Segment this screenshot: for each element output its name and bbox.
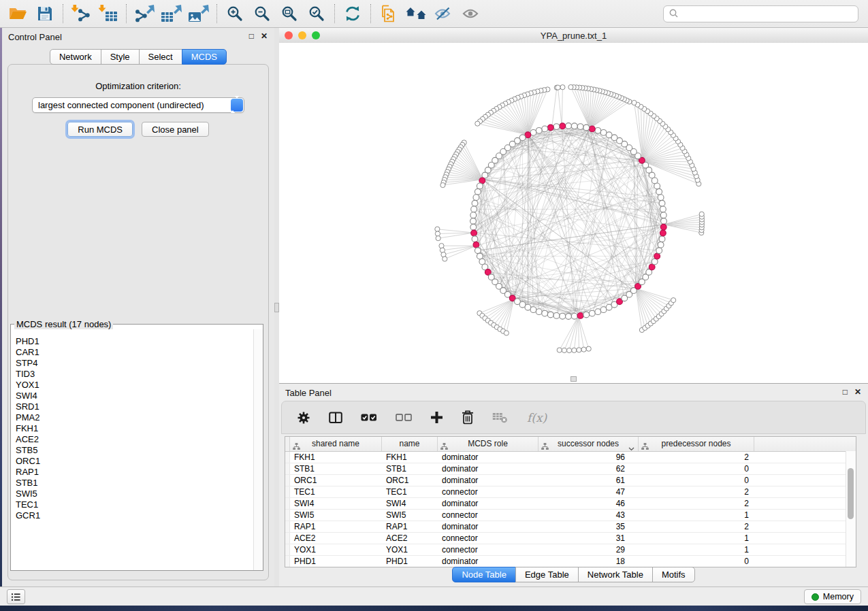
import-table-button[interactable] [95,2,122,25]
mcds-result-item[interactable]: ORC1 [16,456,253,467]
mcds-result-item[interactable]: STB5 [16,445,253,456]
cell-name[interactable]: SWI5 [382,510,438,521]
run-mcds-button[interactable]: Run MCDS [67,122,133,137]
save-session-button[interactable] [31,2,59,25]
cell-name[interactable]: FKH1 [382,452,438,463]
deselect-all-button[interactable] [396,412,412,423]
network-graph[interactable] [279,43,868,383]
mcds-result-item[interactable]: ACE2 [16,434,253,445]
cell-shared-name[interactable]: PHD1 [290,556,382,567]
cell-predecessor-nodes[interactable]: 1 [639,533,754,544]
tab-mcds[interactable]: MCDS [182,49,227,65]
table-row[interactable]: YOX1YOX1connector291 [285,544,856,556]
cell-predecessor-nodes[interactable]: 0 [639,475,754,486]
cell-predecessor-nodes[interactable]: 0 [639,463,754,474]
cell-successor-nodes[interactable]: 62 [539,463,639,474]
cell-predecessor-nodes[interactable]: 1 [639,510,754,521]
cell-name[interactable]: TEC1 [382,486,438,497]
hide-selected-button[interactable] [430,2,457,25]
column-header-MCDS-role[interactable]: MCDS role [438,437,539,451]
cell-predecessor-nodes[interactable]: 2 [639,521,754,532]
import-network-button[interactable] [67,2,95,25]
mcds-result-item[interactable]: STP4 [16,358,253,369]
function-builder-button-disabled[interactable]: f(x) [527,411,547,425]
table-row[interactable]: STB1STB1dominator620 [285,463,856,475]
delete-rows-button[interactable] [462,410,474,425]
export-table-button[interactable] [158,2,185,25]
memory-button[interactable]: Memory [804,589,861,604]
open-file-button[interactable] [4,2,31,25]
table-row[interactable]: ACE2ACE2connector311 [285,533,856,544]
cell-MCDS-role[interactable]: dominator [438,521,539,532]
clone-network-button[interactable] [375,2,402,25]
cell-name[interactable]: YOX1 [382,544,438,555]
cell-shared-name[interactable]: STB1 [290,463,382,474]
horizontal-splitter-handle[interactable] [570,376,577,382]
cell-shared-name[interactable]: YOX1 [290,544,382,555]
cell-predecessor-nodes[interactable]: 2 [639,452,754,463]
close-panel-icon[interactable]: ✕ [261,31,268,41]
mcds-list-scrollbar[interactable] [253,329,263,570]
tab-network[interactable]: Network [50,49,101,65]
cell-MCDS-role[interactable]: connector [438,486,539,497]
table-settings-button[interactable] [297,411,310,425]
zoom-selected-button[interactable] [303,2,330,25]
column-header-shared-name[interactable]: shared name [290,437,382,451]
mcds-result-item[interactable]: SWI4 [16,391,253,401]
cell-MCDS-role[interactable]: connector [438,510,539,521]
table-row[interactable]: FKH1FKH1dominator962 [285,452,856,463]
cell-successor-nodes[interactable]: 18 [539,556,639,567]
mcds-result-item[interactable]: CAR1 [16,347,253,358]
table-row[interactable]: PHD1PHD1dominator180 [285,556,856,567]
cell-MCDS-role[interactable]: dominator [438,463,539,474]
cell-shared-name[interactable]: SWI5 [290,510,382,521]
show-all-button[interactable] [457,2,484,25]
tab-node-table[interactable]: Node Table [452,567,516,582]
table-row[interactable]: TEC1TEC1connector472 [285,486,856,498]
tab-network-table[interactable]: Network Table [578,567,653,582]
table-row[interactable]: ORC1ORC1dominator610 [285,475,856,486]
zoom-in-button[interactable] [221,2,248,25]
close-panel-button[interactable]: Close panel [142,122,209,137]
table-row[interactable]: RAP1RAP1dominator352 [285,521,856,533]
mcds-result-item[interactable]: TID3 [16,369,253,380]
cell-predecessor-nodes[interactable]: 2 [639,486,754,497]
select-all-button[interactable] [361,412,377,423]
mcds-result-item[interactable]: FKH1 [16,423,253,434]
cell-successor-nodes[interactable]: 29 [539,544,639,555]
cell-MCDS-role[interactable]: dominator [438,475,539,486]
mcds-result-item[interactable]: RAP1 [16,467,253,478]
cell-successor-nodes[interactable]: 31 [539,533,639,544]
table-row[interactable]: SWI4SWI4dominator462 [285,498,856,510]
table-row[interactable]: SWI5SWI5connector431 [285,510,856,521]
column-header-successor-nodes[interactable]: successor nodes [539,437,639,451]
close-panel-icon[interactable]: ✕ [854,387,861,397]
mcds-result-item[interactable]: TEC1 [16,499,253,510]
table-scrollbar-thumb[interactable] [848,468,854,519]
search-input[interactable] [683,8,852,20]
cell-predecessor-nodes[interactable]: 2 [639,498,754,509]
first-neighbors-button[interactable] [402,2,430,25]
float-panel-icon[interactable]: □ [249,31,254,41]
mcds-result-item[interactable]: STB1 [16,478,253,489]
export-image-button[interactable] [185,2,212,25]
cell-name[interactable]: STB1 [382,463,438,474]
column-header-predecessor-nodes[interactable]: predecessor nodes [639,437,754,451]
cell-successor-nodes[interactable]: 96 [539,452,639,463]
cell-name[interactable]: ACE2 [382,533,438,544]
splitter-handle[interactable] [274,303,279,312]
float-panel-icon[interactable]: □ [843,387,848,397]
cell-shared-name[interactable]: SWI4 [290,498,382,509]
mcds-result-item[interactable]: GCR1 [16,510,253,521]
tab-motifs[interactable]: Motifs [652,567,695,582]
cell-successor-nodes[interactable]: 46 [539,498,639,509]
cell-successor-nodes[interactable]: 35 [539,521,639,532]
export-network-button[interactable] [131,2,158,25]
cell-shared-name[interactable]: RAP1 [290,521,382,532]
cell-successor-nodes[interactable]: 43 [539,510,639,521]
cell-successor-nodes[interactable]: 61 [539,475,639,486]
cell-name[interactable]: RAP1 [382,521,438,532]
cell-predecessor-nodes[interactable]: 0 [639,556,754,567]
mcds-result-item[interactable]: SWI5 [16,489,253,499]
cell-name[interactable]: ORC1 [382,475,438,486]
